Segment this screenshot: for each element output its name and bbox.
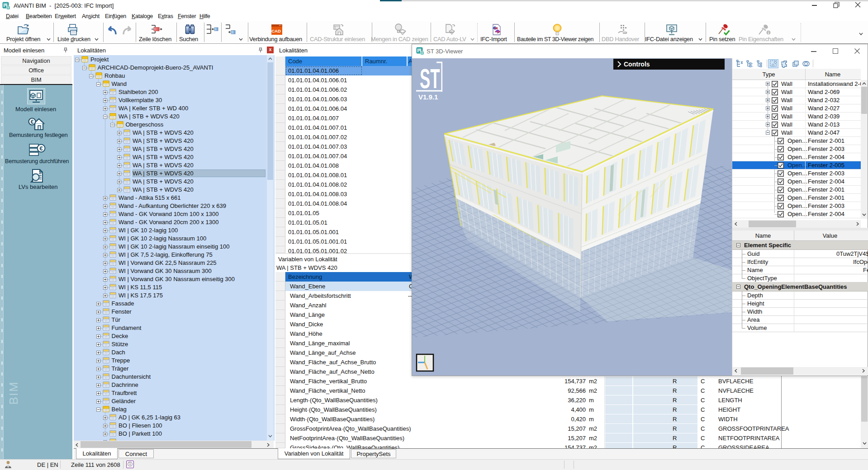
- svg-text:CAD: CAD: [271, 28, 281, 33]
- svg-text:ST: ST: [420, 63, 440, 94]
- svg-text:i: i: [768, 31, 769, 35]
- svg-text:V1.9.1: V1.9.1: [418, 93, 438, 101]
- svg-text:€: €: [39, 145, 43, 152]
- svg-text:Controls: Controls: [624, 61, 650, 68]
- svg-text:€: €: [31, 119, 34, 125]
